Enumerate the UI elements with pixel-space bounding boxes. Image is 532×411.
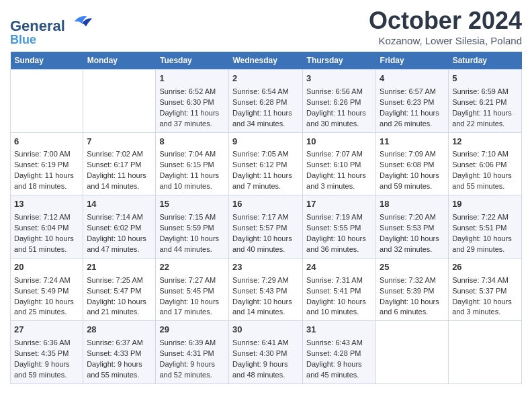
calendar-cell: 28Sunrise: 6:37 AM Sunset: 4:33 PM Dayli… bbox=[83, 321, 156, 384]
day-number: 15 bbox=[159, 198, 225, 211]
day-info: Sunrise: 7:22 AM Sunset: 5:51 PM Dayligh… bbox=[452, 213, 512, 253]
day-info: Sunrise: 6:59 AM Sunset: 6:21 PM Dayligh… bbox=[452, 87, 512, 128]
calendar-cell: 19Sunrise: 7:22 AM Sunset: 5:51 PM Dayli… bbox=[449, 195, 522, 259]
week-row-4: 20Sunrise: 7:24 AM Sunset: 5:49 PM Dayli… bbox=[11, 258, 522, 321]
calendar-cell: 25Sunrise: 7:32 AM Sunset: 5:39 PM Dayli… bbox=[376, 258, 449, 321]
day-number: 1 bbox=[159, 73, 225, 85]
calendar-cell: 2Sunrise: 6:54 AM Sunset: 6:28 PM Daylig… bbox=[228, 70, 302, 133]
calendar-cell: 12Sunrise: 7:10 AM Sunset: 6:06 PM Dayli… bbox=[449, 132, 522, 195]
calendar-cell: 4Sunrise: 6:57 AM Sunset: 6:23 PM Daylig… bbox=[376, 70, 449, 133]
day-number: 11 bbox=[380, 136, 445, 148]
day-info: Sunrise: 7:20 AM Sunset: 5:53 PM Dayligh… bbox=[380, 213, 439, 253]
day-info: Sunrise: 7:12 AM Sunset: 6:04 PM Dayligh… bbox=[14, 213, 74, 253]
day-info: Sunrise: 7:00 AM Sunset: 6:19 PM Dayligh… bbox=[14, 150, 74, 190]
day-number: 28 bbox=[87, 324, 152, 336]
calendar-cell: 13Sunrise: 7:12 AM Sunset: 6:04 PM Dayli… bbox=[11, 195, 83, 259]
day-info: Sunrise: 6:54 AM Sunset: 6:28 PM Dayligh… bbox=[232, 87, 292, 128]
day-info: Sunrise: 7:07 AM Sunset: 6:10 PM Dayligh… bbox=[306, 150, 366, 190]
calendar-cell: 30Sunrise: 6:41 AM Sunset: 4:30 PM Dayli… bbox=[228, 321, 302, 384]
day-info: Sunrise: 7:17 AM Sunset: 5:57 PM Dayligh… bbox=[232, 213, 292, 253]
day-info: Sunrise: 6:43 AM Sunset: 4:28 PM Dayligh… bbox=[306, 338, 363, 379]
weekday-header-row: SundayMondayTuesdayWednesdayThursdayFrid… bbox=[11, 52, 522, 70]
calendar-cell: 27Sunrise: 6:36 AM Sunset: 4:35 PM Dayli… bbox=[11, 321, 83, 384]
weekday-tuesday: Tuesday bbox=[156, 52, 229, 70]
calendar-cell: 26Sunrise: 7:34 AM Sunset: 5:37 PM Dayli… bbox=[449, 258, 522, 321]
day-info: Sunrise: 7:19 AM Sunset: 5:55 PM Dayligh… bbox=[306, 213, 366, 253]
day-info: Sunrise: 7:05 AM Sunset: 6:12 PM Dayligh… bbox=[232, 150, 292, 190]
day-number: 5 bbox=[452, 73, 518, 85]
day-info: Sunrise: 7:31 AM Sunset: 5:41 PM Dayligh… bbox=[306, 276, 366, 316]
day-number: 3 bbox=[306, 73, 372, 85]
week-row-1: 1Sunrise: 6:52 AM Sunset: 6:30 PM Daylig… bbox=[11, 70, 522, 133]
calendar-cell: 29Sunrise: 6:39 AM Sunset: 4:31 PM Dayli… bbox=[156, 321, 229, 384]
day-info: Sunrise: 7:29 AM Sunset: 5:43 PM Dayligh… bbox=[232, 276, 292, 316]
day-info: Sunrise: 6:36 AM Sunset: 4:35 PM Dayligh… bbox=[14, 338, 71, 379]
day-number: 2 bbox=[232, 73, 299, 85]
day-number: 14 bbox=[87, 198, 152, 211]
calendar-cell: 6Sunrise: 7:00 AM Sunset: 6:19 PM Daylig… bbox=[11, 132, 83, 195]
day-info: Sunrise: 7:32 AM Sunset: 5:39 PM Dayligh… bbox=[380, 276, 439, 316]
day-number: 17 bbox=[306, 198, 372, 211]
calendar-cell: 1Sunrise: 6:52 AM Sunset: 6:30 PM Daylig… bbox=[156, 70, 229, 133]
calendar-body: 1Sunrise: 6:52 AM Sunset: 6:30 PM Daylig… bbox=[11, 70, 522, 384]
day-info: Sunrise: 7:34 AM Sunset: 5:37 PM Dayligh… bbox=[452, 276, 512, 316]
calendar-cell: 7Sunrise: 7:02 AM Sunset: 6:17 PM Daylig… bbox=[83, 132, 156, 195]
calendar-cell: 18Sunrise: 7:20 AM Sunset: 5:53 PM Dayli… bbox=[376, 195, 449, 259]
calendar-cell: 10Sunrise: 7:07 AM Sunset: 6:10 PM Dayli… bbox=[303, 132, 376, 195]
logo: General Blue bbox=[10, 12, 92, 46]
calendar-cell bbox=[449, 321, 522, 384]
day-number: 13 bbox=[14, 198, 79, 211]
month-title: October 2024 bbox=[369, 7, 522, 35]
week-row-5: 27Sunrise: 6:36 AM Sunset: 4:35 PM Dayli… bbox=[11, 321, 522, 384]
day-number: 27 bbox=[14, 324, 79, 336]
week-row-2: 6Sunrise: 7:00 AM Sunset: 6:19 PM Daylig… bbox=[11, 132, 522, 195]
title-area: October 2024 Kozanow, Lower Silesia, Pol… bbox=[369, 7, 522, 46]
day-number: 9 bbox=[232, 136, 299, 148]
day-info: Sunrise: 6:57 AM Sunset: 6:23 PM Dayligh… bbox=[380, 87, 439, 128]
calendar-cell: 22Sunrise: 7:27 AM Sunset: 5:45 PM Dayli… bbox=[156, 258, 229, 321]
day-info: Sunrise: 6:39 AM Sunset: 4:31 PM Dayligh… bbox=[159, 338, 216, 379]
day-number: 20 bbox=[14, 261, 79, 274]
day-number: 30 bbox=[232, 324, 299, 336]
day-info: Sunrise: 7:02 AM Sunset: 6:17 PM Dayligh… bbox=[87, 150, 146, 190]
calendar-cell: 20Sunrise: 7:24 AM Sunset: 5:49 PM Dayli… bbox=[11, 258, 83, 321]
day-number: 23 bbox=[232, 261, 299, 274]
day-info: Sunrise: 6:56 AM Sunset: 6:26 PM Dayligh… bbox=[306, 87, 366, 128]
calendar-cell: 23Sunrise: 7:29 AM Sunset: 5:43 PM Dayli… bbox=[228, 258, 302, 321]
calendar-cell: 31Sunrise: 6:43 AM Sunset: 4:28 PM Dayli… bbox=[303, 321, 376, 384]
day-info: Sunrise: 7:27 AM Sunset: 5:45 PM Dayligh… bbox=[159, 276, 219, 316]
day-number: 7 bbox=[87, 136, 152, 148]
day-info: Sunrise: 7:24 AM Sunset: 5:49 PM Dayligh… bbox=[14, 276, 74, 316]
day-info: Sunrise: 7:09 AM Sunset: 6:08 PM Dayligh… bbox=[380, 150, 439, 190]
calendar-cell: 5Sunrise: 6:59 AM Sunset: 6:21 PM Daylig… bbox=[449, 70, 522, 133]
calendar-table: SundayMondayTuesdayWednesdayThursdayFrid… bbox=[10, 52, 522, 384]
logo-blue: Blue bbox=[10, 34, 92, 46]
day-number: 21 bbox=[87, 261, 152, 274]
day-number: 12 bbox=[452, 136, 518, 148]
day-info: Sunrise: 6:37 AM Sunset: 4:33 PM Dayligh… bbox=[87, 338, 143, 379]
calendar-cell: 15Sunrise: 7:15 AM Sunset: 5:59 PM Dayli… bbox=[156, 195, 229, 259]
calendar-cell bbox=[83, 70, 156, 133]
day-info: Sunrise: 7:14 AM Sunset: 6:02 PM Dayligh… bbox=[87, 213, 146, 253]
day-info: Sunrise: 7:10 AM Sunset: 6:06 PM Dayligh… bbox=[452, 150, 512, 190]
day-number: 31 bbox=[306, 324, 372, 336]
week-row-3: 13Sunrise: 7:12 AM Sunset: 6:04 PM Dayli… bbox=[11, 195, 522, 259]
day-number: 8 bbox=[159, 136, 225, 148]
weekday-wednesday: Wednesday bbox=[228, 52, 302, 70]
logo-bird-icon bbox=[72, 12, 92, 31]
day-info: Sunrise: 7:04 AM Sunset: 6:15 PM Dayligh… bbox=[159, 150, 219, 190]
weekday-saturday: Saturday bbox=[449, 52, 522, 70]
calendar-cell: 8Sunrise: 7:04 AM Sunset: 6:15 PM Daylig… bbox=[156, 132, 229, 195]
day-info: Sunrise: 7:15 AM Sunset: 5:59 PM Dayligh… bbox=[159, 213, 219, 253]
day-number: 6 bbox=[14, 136, 79, 148]
calendar-cell: 3Sunrise: 6:56 AM Sunset: 6:26 PM Daylig… bbox=[303, 70, 376, 133]
day-number: 18 bbox=[380, 198, 445, 211]
weekday-thursday: Thursday bbox=[303, 52, 376, 70]
day-number: 26 bbox=[452, 261, 518, 274]
day-info: Sunrise: 6:41 AM Sunset: 4:30 PM Dayligh… bbox=[232, 338, 289, 379]
calendar-cell: 21Sunrise: 7:25 AM Sunset: 5:47 PM Dayli… bbox=[83, 258, 156, 321]
day-number: 24 bbox=[306, 261, 372, 274]
calendar-cell: 24Sunrise: 7:31 AM Sunset: 5:41 PM Dayli… bbox=[303, 258, 376, 321]
day-number: 19 bbox=[452, 198, 518, 211]
weekday-friday: Friday bbox=[376, 52, 449, 70]
